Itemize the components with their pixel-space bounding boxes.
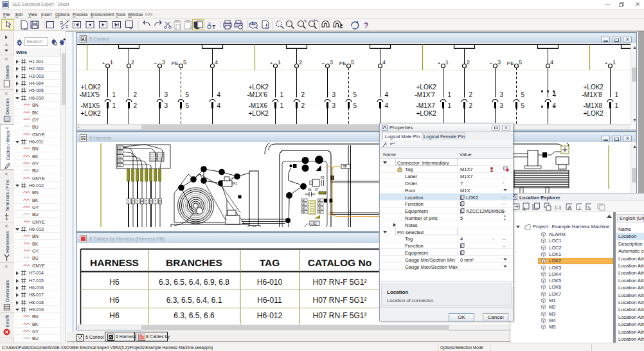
svg-text:+: + [102,60,105,66]
svg-text:HARNESS: HARNESS [90,257,139,268]
svg-text:3: 3 [500,102,504,109]
svg-text:5: 5 [353,91,357,98]
svg-text:4: 4 [215,59,218,66]
svg-text:H07 RN-F 5G1²: H07 RN-F 5G1² [312,311,366,320]
svg-text:2: 2 [299,59,302,66]
svg-text:CATALOG No: CATALOG No [308,257,371,268]
svg-text:4: 4 [382,59,386,66]
svg-text:1: 1 [280,91,284,98]
svg-text:2: 2 [134,102,138,109]
svg-text:5: 5 [186,91,190,98]
svg-text:4: 4 [553,91,557,98]
svg-text:X7: X7 [315,188,319,192]
svg-text:T: T [212,24,216,30]
svg-text:H6-012: H6-012 [257,311,283,320]
svg-text:−: − [154,60,157,66]
svg-text:-M1X8: -M1X8 [584,102,603,109]
svg-text:H6: H6 [109,278,120,287]
svg-text:H07 RN-F 5G1²: H07 RN-F 5G1² [312,278,366,287]
svg-text:+: + [270,60,273,66]
svg-text:1: 1 [615,91,619,98]
svg-text:A2: A2 [303,203,305,206]
svg-text:5: 5 [351,59,354,66]
svg-text:1: 1 [448,102,452,109]
svg-text:M1: M1 [233,181,237,185]
svg-text:X4: X4 [118,159,122,163]
svg-text:1: 1 [615,102,619,109]
svg-text:-M1X5: -M1X5 [81,102,100,109]
svg-text:4: 4 [385,91,389,98]
svg-text:2: 2 [134,91,138,98]
svg-text:1: 1 [445,59,449,66]
svg-text:X3: X3 [118,155,122,158]
svg-text:+LOK2: +LOK2 [584,110,604,117]
svg-text:1: 1 [613,59,616,66]
svg-text:1: 1 [280,102,284,109]
svg-text:1: 1 [278,59,281,66]
svg-text:2: 2 [301,102,305,109]
svg-text:X1: X1 [118,147,122,150]
svg-text:X6: X6 [308,188,312,192]
svg-text:−: − [322,60,325,66]
svg-text:4: 4 [217,91,221,98]
svg-text:i: i [579,205,580,211]
svg-text:3: 3 [332,91,336,98]
svg-text:1: 1 [448,91,452,98]
svg-text:5: 5 [519,59,522,66]
svg-text:-M1X6: -M1X6 [249,102,268,109]
svg-text:4: 4 [550,59,553,66]
svg-text:+LOK2: +LOK2 [81,84,102,91]
svg-text:+: + [605,60,608,66]
svg-text:3: 3 [497,59,501,66]
svg-text:4: 4 [217,102,221,109]
svg-text:5: 5 [521,91,525,98]
svg-text:X2: X2 [118,150,122,154]
svg-text:B1: B1 [319,199,321,202]
svg-text:1: 1 [110,59,113,66]
svg-text:X5: X5 [118,164,122,167]
svg-text:+LOK2: +LOK2 [81,110,102,117]
svg-text:3: 3 [330,59,333,66]
svg-text:2: 2 [469,91,473,98]
svg-text:A4: A4 [303,211,305,213]
svg-text:PE: PE [507,60,514,66]
svg-text:TAG: TAG [260,257,280,268]
svg-text:H6: H6 [109,311,120,320]
svg-text:5: 5 [521,102,525,109]
svg-text:-M1X7: -M1X7 [416,102,436,109]
svg-text:A3: A3 [303,207,305,210]
svg-text:6.3, 6.5, 6.6: 6.3, 6.5, 6.6 [174,311,215,320]
svg-text:3: 3 [332,102,336,109]
svg-text:H6-011: H6-011 [257,296,282,305]
svg-text:H6-010: H6-010 [257,278,283,287]
svg-text:+LOK2: +LOK2 [249,84,269,91]
svg-text:5: 5 [183,59,186,66]
svg-text:+LOK2: +LOK2 [584,84,604,91]
svg-text:3: 3 [162,59,165,66]
svg-text:4: 4 [385,102,389,109]
svg-text:✎: ✎ [587,206,591,210]
svg-text:+LOK2: +LOK2 [416,110,437,117]
svg-text:−: − [490,60,493,66]
svg-text:?: ? [364,21,368,30]
svg-text:2: 2 [301,91,305,98]
svg-text:B3: B3 [319,207,321,210]
svg-text:-M1X'6: -M1X'6 [247,91,268,98]
svg-text:1: 1 [112,91,116,98]
svg-text:+LOK2: +LOK2 [249,110,269,117]
svg-text:5: 5 [186,102,190,109]
svg-text:-M1X'8: -M1X'8 [582,91,603,98]
svg-text:3: 3 [165,102,168,109]
svg-text:A1: A1 [303,199,305,202]
svg-text:BRANCHES: BRANCHES [166,257,222,268]
svg-text:PE: PE [172,60,179,66]
svg-text:A: A [568,204,572,211]
svg-text:3: 3 [165,91,168,98]
svg-text:PE: PE [339,60,346,66]
svg-text:X2: X2 [321,176,325,179]
svg-text:-M1X'7: -M1X'7 [415,91,436,98]
svg-text:H07 RN-F 5G1²: H07 RN-F 5G1² [312,296,366,305]
svg-text:2: 2 [469,102,473,109]
svg-text:B4: B4 [319,211,321,213]
svg-text:5: 5 [353,102,357,109]
